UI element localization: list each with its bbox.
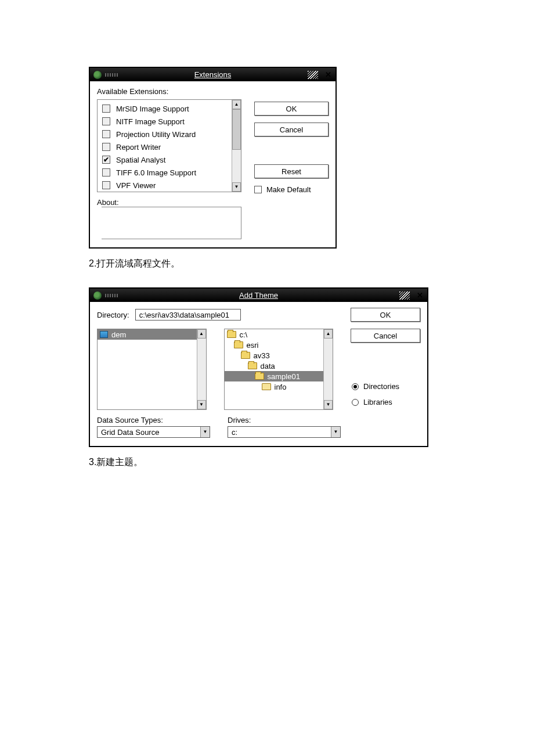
drives-combo[interactable]: c: ▼	[228, 426, 341, 438]
extension-label: Spatial Analyst	[116, 156, 165, 164]
radio-icon[interactable]	[352, 383, 359, 390]
libraries-radio-row[interactable]: Libraries	[352, 398, 420, 406]
folder-open-icon	[248, 362, 257, 369]
make-default-row[interactable]: Make Default	[254, 185, 329, 194]
extension-item[interactable]: NITF Image Support	[102, 115, 227, 128]
radio-label: Directories	[363, 382, 399, 391]
caption-3: 3.新建主题。	[89, 456, 534, 469]
tree-label: sample01	[268, 372, 300, 381]
about-label: About:	[97, 198, 241, 207]
folder-closed-icon	[262, 383, 271, 390]
chevron-down-icon[interactable]: ▼	[331, 427, 340, 437]
tree-item[interactable]: av33	[225, 350, 324, 361]
extension-label: MrSID Image Support	[116, 105, 189, 113]
app-icon	[93, 71, 102, 79]
checkbox-icon[interactable]: ✔	[102, 156, 110, 164]
extension-item[interactable]: TIFF 6.0 Image Support	[102, 166, 227, 179]
extension-label: Report Writer	[116, 143, 161, 152]
checkbox-icon[interactable]	[102, 143, 110, 151]
folder-open-icon	[255, 373, 264, 380]
folder-open-icon	[227, 331, 236, 338]
close-button[interactable]: ✕	[416, 291, 424, 300]
scroll-up-icon[interactable]: ▲	[197, 329, 206, 339]
extension-label: Projection Utility Wizard	[116, 130, 196, 139]
tree-inner: c:\ esri av33 data sample01 info	[225, 329, 324, 409]
titlebar: Add Theme ✕	[90, 289, 427, 302]
data-source-types-label: Data Source Types:	[97, 416, 210, 424]
extension-item[interactable]: Projection Utility Wizard	[102, 128, 227, 141]
add-theme-dialog: Add Theme ✕ Directory: OK dem	[89, 287, 428, 447]
tree-label: av33	[254, 351, 270, 360]
radio-icon[interactable]	[352, 399, 359, 406]
scroll-up-icon[interactable]: ▲	[324, 329, 333, 339]
tree-label: info	[275, 383, 287, 391]
radio-label: Libraries	[363, 398, 392, 406]
ok-button[interactable]: OK	[254, 102, 329, 116]
checkbox-icon[interactable]	[102, 181, 110, 189]
file-label: dem	[111, 330, 126, 339]
scroll-track[interactable]	[324, 339, 333, 400]
grid-icon	[100, 331, 108, 338]
tree-item[interactable]: info	[225, 381, 324, 392]
scroll-down-icon[interactable]: ▼	[197, 400, 206, 409]
make-default-checkbox[interactable]	[254, 186, 262, 193]
reset-button[interactable]: Reset	[254, 164, 329, 178]
file-listbox[interactable]: dem ▲ ▼	[97, 329, 207, 410]
checkbox-icon[interactable]	[102, 168, 110, 177]
extension-item[interactable]: MrSID Image Support	[102, 102, 227, 115]
checkbox-icon[interactable]	[102, 117, 110, 125]
scroll-down-icon[interactable]: ▼	[324, 400, 333, 409]
caption-2: 2.打开流域高程文件。	[89, 258, 534, 270]
close-button[interactable]: ✕	[324, 71, 332, 79]
folder-open-icon	[234, 341, 243, 348]
titlebar-stripes	[308, 71, 318, 79]
make-default-label: Make Default	[266, 185, 311, 194]
tree-item[interactable]: sample01	[225, 371, 324, 381]
dialog-title: Extensions	[194, 70, 232, 79]
extensions-dialog: Extensions ✕ Available Extensions: MrSID…	[89, 67, 337, 249]
ok-button[interactable]: OK	[351, 308, 420, 322]
titlebar-dashes	[105, 294, 119, 297]
combo-value: Grid Data Source	[101, 428, 159, 437]
about-box	[102, 207, 241, 239]
tree-label: c:\	[240, 330, 248, 339]
combo-value: c:	[232, 428, 237, 437]
scroll-thumb[interactable]	[232, 109, 241, 150]
tree-item[interactable]: data	[225, 361, 324, 371]
tree-label: esri	[247, 341, 259, 350]
tree-item[interactable]: c:\	[225, 329, 324, 340]
scrollbar[interactable]: ▲ ▼	[232, 100, 241, 192]
scrollbar[interactable]: ▲ ▼	[197, 329, 206, 409]
tree-label: data	[261, 362, 275, 370]
scroll-down-icon[interactable]: ▼	[232, 182, 241, 192]
extension-label: VPF Viewer	[116, 181, 156, 190]
checkbox-icon[interactable]	[102, 130, 110, 138]
scroll-up-icon[interactable]: ▲	[232, 100, 241, 109]
chevron-down-icon[interactable]: ▼	[200, 427, 210, 437]
extensions-listbox[interactable]: MrSID Image Support NITF Image Support P…	[97, 99, 241, 192]
titlebar-stripes	[399, 291, 410, 300]
folder-open-icon	[241, 352, 250, 359]
scroll-track[interactable]	[197, 339, 206, 400]
directory-input[interactable]	[135, 309, 241, 321]
checkbox-icon[interactable]	[102, 105, 110, 113]
directory-tree[interactable]: c:\ esri av33 data sample01 info ▲ ▼	[224, 329, 334, 410]
file-item[interactable]: dem	[98, 329, 197, 340]
data-source-types-combo[interactable]: Grid Data Source ▼	[97, 426, 210, 438]
extension-label: NITF Image Support	[116, 117, 185, 126]
extension-item[interactable]: VPF Viewer	[102, 179, 227, 192]
cancel-button[interactable]: Cancel	[254, 123, 329, 136]
cancel-button[interactable]: Cancel	[351, 329, 420, 343]
app-icon	[93, 291, 102, 300]
scrollbar[interactable]: ▲ ▼	[323, 329, 333, 409]
directories-radio-row[interactable]: Directories	[352, 382, 420, 391]
dialog-body: Directory: OK dem ▲ ▼	[90, 302, 427, 446]
extension-item[interactable]: Report Writer	[102, 141, 227, 153]
extension-item[interactable]: ✔Spatial Analyst	[102, 153, 227, 166]
extension-label: TIFF 6.0 Image Support	[116, 168, 196, 177]
dialog-body: Available Extensions: MrSID Image Suppor…	[90, 81, 335, 247]
tree-item[interactable]: esri	[225, 340, 324, 350]
file-list-inner: dem	[98, 329, 197, 409]
scroll-track[interactable]	[232, 109, 241, 182]
available-extensions-label: Available Extensions:	[97, 87, 329, 96]
